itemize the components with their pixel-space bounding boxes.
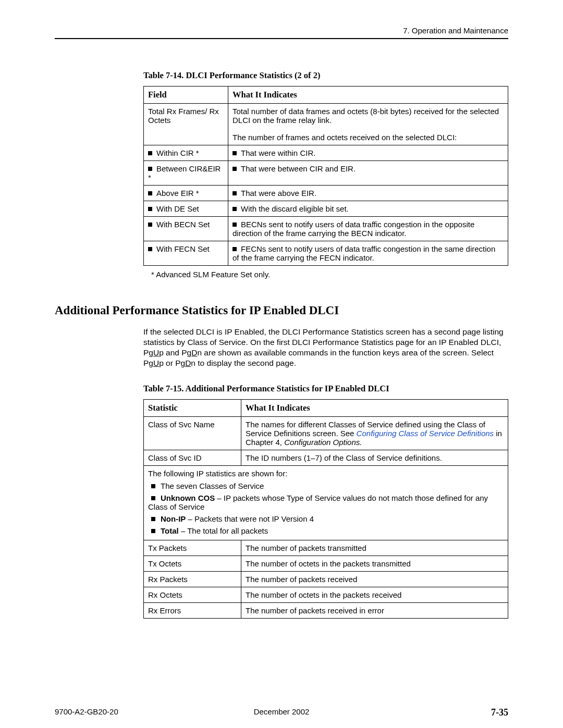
- cell-what: That were between CIR and EIR.: [228, 161, 508, 186]
- cell-what: Total number of data frames and octets (…: [228, 104, 508, 128]
- cell-stat: Rx Packets: [144, 571, 241, 587]
- stat-categories-list: The seven Classes of Service Unknown COS…: [148, 480, 504, 537]
- table-15: Statistic What It Indicates Class of Svc…: [143, 399, 508, 619]
- span-intro: The following IP statistics are shown fo…: [148, 469, 504, 478]
- list-item: Non-IP – Packets that were not IP Versio…: [148, 513, 504, 525]
- square-bullet-icon: [148, 151, 152, 155]
- cell-what: FECNs sent to notify users of data traff…: [228, 241, 508, 266]
- footer-page-number: 7-35: [491, 707, 508, 718]
- table-14: Field What It Indicates Total Rx Frames/…: [143, 86, 508, 266]
- th-what: What It Indicates: [241, 399, 508, 416]
- table-14-footnote: * Advanced SLM Feature Set only.: [151, 270, 508, 279]
- cross-ref-link[interactable]: Configuring Class of Service Definitions: [357, 429, 494, 438]
- square-bullet-icon: [232, 151, 237, 155]
- cell-what: With the discard eligible bit set.: [228, 201, 508, 217]
- th-field: Field: [144, 87, 228, 104]
- section-heading: Additional Performance Statistics for IP…: [55, 304, 508, 317]
- square-bullet-icon: [232, 223, 237, 227]
- cell-stat: Rx Errors: [144, 602, 241, 618]
- square-bullet-icon: [148, 191, 152, 195]
- cell-what: The number of packets received in error: [241, 602, 508, 618]
- cell-span: The following IP statistics are shown fo…: [144, 465, 508, 540]
- square-bullet-icon: [148, 223, 152, 227]
- cell-what: The number of frames and octets received…: [228, 128, 508, 145]
- cell-empty: [144, 128, 228, 145]
- square-bullet-icon: [232, 207, 237, 211]
- square-bullet-icon: [232, 191, 237, 195]
- square-bullet-icon: [148, 247, 152, 251]
- cell-field: With BECN Set: [144, 217, 228, 241]
- cell-stat: Class of Svc ID: [144, 450, 241, 465]
- th-what: What It Indicates: [228, 87, 508, 104]
- cell-what: That were above EIR.: [228, 186, 508, 201]
- cell-what: The names for different Classes of Servi…: [241, 416, 508, 450]
- list-item: Total – The total for all packets: [148, 525, 504, 537]
- cell-field: With FECN Set: [144, 241, 228, 266]
- cell-stat: Tx Octets: [144, 556, 241, 571]
- table-15-caption: Table 7-15. Additional Performance Stati…: [143, 384, 508, 394]
- footer-date: December 2002: [55, 707, 508, 716]
- cell-what: The number of octets in the packets tran…: [241, 556, 508, 571]
- chapter-label: 7. Operation and Maintenance: [55, 26, 508, 35]
- cell-stat: Rx Octets: [144, 587, 241, 602]
- square-bullet-icon: [232, 167, 237, 171]
- cell-what: The number of octets in the packets rece…: [241, 587, 508, 602]
- list-item: The seven Classes of Service: [148, 480, 504, 492]
- cell-field: With DE Set: [144, 201, 228, 217]
- cell-stat: Tx Packets: [144, 540, 241, 556]
- th-statistic: Statistic: [144, 399, 241, 416]
- cell-what: The ID numbers (1–7) of the Class of Ser…: [241, 450, 508, 465]
- square-bullet-icon: [148, 167, 152, 171]
- cell-what: The number of packets received: [241, 571, 508, 587]
- page: 7. Operation and Maintenance Table 7-14.…: [0, 0, 563, 728]
- cell-stat: Class of Svc Name: [144, 416, 241, 450]
- list-item: Unknown COS – IP packets whose Type of S…: [148, 492, 504, 513]
- cell-field: Within CIR *: [144, 145, 228, 161]
- cell-field: Between CIR&EIR *: [144, 161, 228, 186]
- section-paragraph: If the selected DLCI is IP Enabled, the …: [143, 327, 508, 369]
- cell-field: Total Rx Frames/ Rx Octets: [144, 104, 228, 128]
- square-bullet-icon: [148, 207, 152, 211]
- cell-what: BECNs sent to notify users of data traff…: [228, 217, 508, 241]
- cell-field: Above EIR *: [144, 186, 228, 201]
- table-14-caption: Table 7-14. DLCI Performance Statistics …: [143, 70, 508, 81]
- header-rule: [55, 38, 508, 39]
- cell-what: That were within CIR.: [228, 145, 508, 161]
- square-bullet-icon: [232, 247, 237, 251]
- cell-what: The number of packets transmitted: [241, 540, 508, 556]
